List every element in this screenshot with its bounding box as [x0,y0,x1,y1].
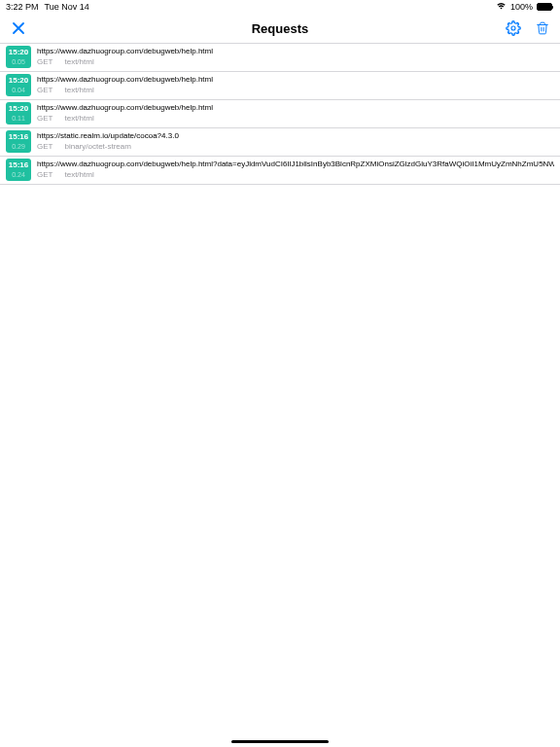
request-url: https://static.realm.io/update/cocoa?4.3… [37,131,554,140]
method-label: GET [37,86,52,94]
request-meta: GETtext/html [37,86,554,94]
request-row[interactable]: 15:160.29https://static.realm.io/update/… [0,128,560,157]
request-meta: GETtext/html [37,170,554,179]
method-label: GET [37,170,52,179]
mime-label: binary/octet-stream [64,142,130,151]
time-badge: 15:160.24 [6,159,31,181]
request-meta: GETbinary/octet-stream [37,142,554,151]
page-title: Requests [252,21,309,36]
close-icon[interactable] [12,21,25,35]
row-body: https://www.dazhuogroup.com/debugweb/hel… [37,74,554,94]
time-label: 15:20 [9,76,28,86]
request-url: https://www.dazhuogroup.com/debugweb/hel… [37,47,554,55]
time-label: 15:16 [9,132,28,142]
request-row[interactable]: 15:200.04https://www.dazhuogroup.com/deb… [0,72,560,100]
request-row[interactable]: 15:160.24https://www.dazhuogroup.com/deb… [0,157,560,185]
time-label: 15:20 [9,48,28,57]
duration-label: 0.24 [12,170,25,179]
mime-label: text/html [64,57,93,66]
request-row[interactable]: 15:200.11https://www.dazhuogroup.com/deb… [0,100,560,128]
request-url: https://www.dazhuogroup.com/debugweb/hel… [37,160,554,168]
request-url: https://www.dazhuogroup.com/debugweb/hel… [37,75,554,84]
mime-label: text/html [64,114,93,123]
mime-label: text/html [64,170,93,179]
nav-bar: Requests [0,14,560,43]
status-left: 3:22 PM Tue Nov 14 [6,2,89,12]
trash-icon[interactable] [535,20,550,36]
home-indicator [231,740,329,743]
request-meta: GETtext/html [37,57,554,66]
duration-label: 0.04 [12,86,25,94]
status-time: 3:22 PM [6,2,39,12]
duration-label: 0.11 [12,114,25,123]
duration-label: 0.29 [12,142,25,151]
request-meta: GETtext/html [37,114,554,123]
request-url: https://www.dazhuogroup.com/debugweb/hel… [37,103,554,112]
row-body: https://www.dazhuogroup.com/debugweb/hel… [37,46,554,66]
row-body: https://www.dazhuogroup.com/debugweb/hel… [37,102,554,123]
time-badge: 15:160.29 [6,130,31,153]
time-badge: 15:200.04 [6,74,31,96]
status-date: Tue Nov 14 [45,2,89,12]
method-label: GET [37,114,52,123]
svg-point-0 [511,26,515,30]
gear-icon[interactable] [506,20,521,36]
time-label: 15:16 [9,160,28,170]
duration-label: 0.05 [12,57,25,66]
row-body: https://static.realm.io/update/cocoa?4.3… [37,130,554,151]
battery-icon [537,3,552,11]
request-row[interactable]: 15:200.05https://www.dazhuogroup.com/deb… [0,44,560,72]
status-right: 100% [496,2,552,12]
time-badge: 15:200.11 [6,102,31,124]
method-label: GET [37,142,52,151]
time-badge: 15:200.05 [6,46,31,68]
time-label: 15:20 [9,104,28,114]
battery-text: 100% [510,2,533,12]
status-bar: 3:22 PM Tue Nov 14 100% [0,0,560,14]
row-body: https://www.dazhuogroup.com/debugweb/hel… [37,159,554,179]
wifi-icon [496,2,507,12]
request-list: 15:200.05https://www.dazhuogroup.com/deb… [0,43,560,185]
method-label: GET [37,57,52,66]
mime-label: text/html [64,86,93,94]
